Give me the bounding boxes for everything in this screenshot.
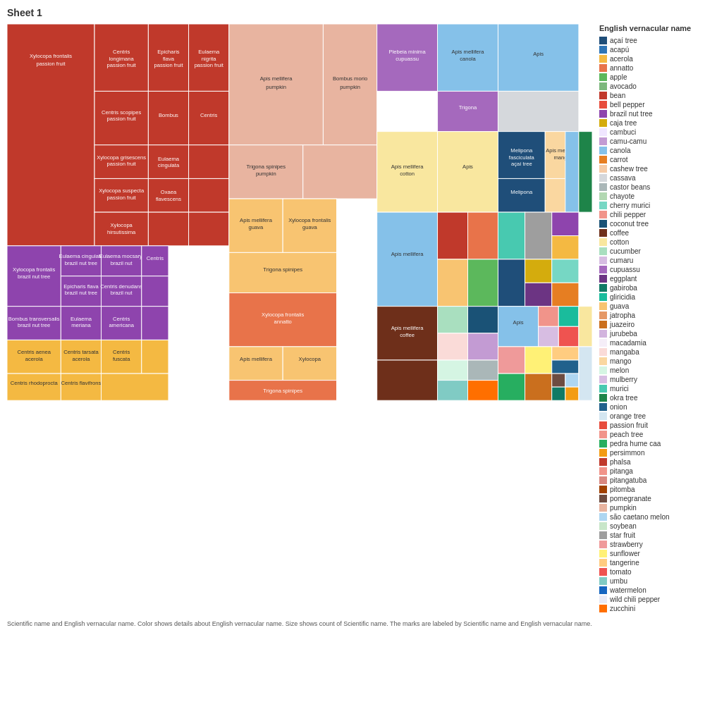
- legend-color-swatch: [599, 82, 607, 90]
- svg-rect-173: [498, 347, 525, 374]
- legend-item: são caetano melon: [599, 513, 698, 521]
- legend-color-swatch: [599, 257, 607, 264]
- legend-color-swatch: [599, 311, 607, 319]
- legend-item-label: cucumber: [610, 247, 641, 255]
- svg-rect-81: [61, 374, 101, 400]
- legend-item: tangerine: [599, 559, 698, 567]
- svg-rect-170: [468, 360, 498, 381]
- legend-item-label: coconut tree: [610, 220, 649, 228]
- legend-color-swatch: [599, 577, 607, 585]
- legend-item: açaí tree: [599, 37, 698, 44]
- legend-item-label: guava: [610, 302, 629, 310]
- legend-color-swatch: [599, 137, 607, 145]
- legend-color-swatch: [599, 559, 607, 567]
- svg-rect-183: [579, 347, 592, 400]
- legend-item-label: passion fruit: [610, 421, 648, 429]
- svg-rect-32: [148, 178, 188, 212]
- legend-color-swatch: [599, 321, 607, 328]
- legend-item: mulberry: [599, 376, 698, 383]
- legend-item: chili pepper: [599, 211, 698, 218]
- legend-color-swatch: [599, 211, 607, 218]
- svg-rect-125: [438, 132, 498, 212]
- legend-item-label: wild chili pepper: [610, 596, 660, 603]
- legend-color-swatch: [599, 403, 607, 411]
- svg-rect-39: [148, 212, 188, 246]
- legend-item-label: melon: [610, 366, 629, 374]
- legend-item: juazeiro: [599, 321, 698, 328]
- legend-item-label: eggplant: [610, 275, 637, 283]
- svg-rect-44: [61, 246, 101, 276]
- svg-rect-141: [438, 212, 468, 259]
- svg-rect-79: [7, 374, 61, 400]
- legend-color-swatch: [599, 119, 607, 127]
- legend-item-label: mango: [610, 357, 632, 365]
- legend-color-swatch: [599, 330, 607, 338]
- legend-item-label: cumaru: [610, 257, 633, 264]
- legend-color-swatch: [599, 247, 607, 255]
- svg-rect-93: [303, 145, 377, 199]
- svg-rect-176: [552, 360, 579, 374]
- legend-item: canola: [599, 147, 698, 154]
- svg-rect-105: [229, 347, 283, 381]
- legend-item-label: phalsa: [610, 458, 630, 466]
- legend-item-label: gliricidia: [610, 293, 635, 301]
- svg-rect-157: [558, 307, 579, 327]
- svg-rect-7: [148, 24, 188, 91]
- legend-color-swatch: [599, 238, 607, 246]
- legend-color-swatch: [599, 586, 607, 594]
- svg-rect-75: [102, 340, 142, 374]
- legend-item: onion: [599, 403, 698, 411]
- legend-item: coconut tree: [599, 220, 698, 228]
- legend-item-label: umbu: [610, 577, 627, 585]
- legend-color-swatch: [599, 92, 607, 99]
- legend-color-swatch: [599, 46, 607, 54]
- svg-rect-161: [377, 307, 438, 360]
- svg-rect-52: [61, 276, 101, 307]
- svg-rect-11: [189, 24, 229, 91]
- svg-rect-122: [377, 132, 438, 212]
- legend-item: sunflower: [599, 550, 698, 557]
- legend-color-swatch: [599, 147, 607, 154]
- legend-color-swatch: [599, 495, 607, 502]
- legend-item-label: brazil nut tree: [610, 110, 653, 118]
- legend-item: coffee: [599, 229, 698, 237]
- legend-color-swatch: [599, 522, 607, 530]
- legend-item-label: pitanga: [610, 467, 633, 475]
- legend-item-label: soybean: [610, 522, 637, 530]
- legend-item: cambuci: [599, 128, 698, 136]
- legend-color-swatch: [599, 192, 607, 200]
- legend-color-swatch: [599, 220, 607, 228]
- svg-rect-171: [438, 381, 468, 401]
- legend-item: cashew tree: [599, 165, 698, 173]
- legend-color-swatch: [599, 101, 607, 109]
- legend-item: gabiroba: [599, 284, 698, 292]
- svg-rect-139: [377, 212, 438, 307]
- legend-color-swatch: [599, 412, 607, 420]
- legend-item: pomegranate: [599, 495, 698, 502]
- legend-item: tomato: [599, 568, 698, 576]
- legend-item: bell pepper: [599, 101, 698, 109]
- svg-rect-177: [498, 374, 525, 400]
- legend-item: orange tree: [599, 412, 698, 420]
- legend-item: cotton: [599, 238, 698, 246]
- legend-color-swatch: [599, 550, 607, 557]
- legend-item-label: onion: [610, 403, 627, 411]
- legend-item-label: cassava: [610, 174, 636, 182]
- svg-rect-59: [7, 307, 61, 340]
- legend-color-swatch: [599, 229, 607, 237]
- svg-rect-18: [148, 91, 188, 144]
- legend-item-label: apple: [610, 73, 627, 81]
- svg-rect-15: [94, 91, 148, 144]
- legend-item-label: strawberry: [610, 541, 643, 548]
- svg-rect-182: [565, 387, 579, 400]
- svg-rect-159: [558, 326, 579, 347]
- legend-item-label: bell pepper: [610, 101, 644, 109]
- svg-rect-156: [539, 307, 559, 327]
- legend-item-label: açaí tree: [610, 37, 637, 44]
- svg-rect-174: [525, 347, 552, 374]
- svg-rect-0: [7, 24, 94, 246]
- legend-item: apple: [599, 73, 698, 81]
- svg-rect-84: [229, 24, 324, 145]
- legend-color-swatch: [599, 458, 607, 466]
- legend-color-swatch: [599, 568, 607, 576]
